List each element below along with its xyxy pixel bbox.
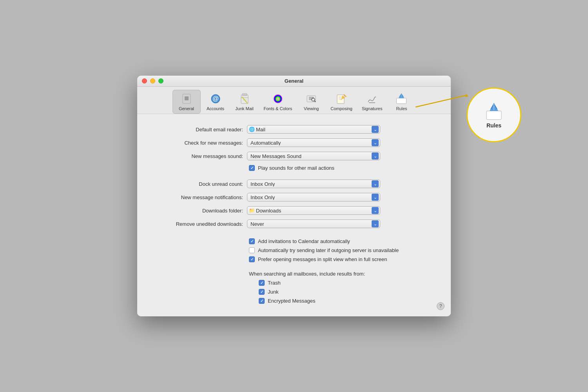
minimize-button[interactable] <box>150 78 155 83</box>
accounts-label: Accounts <box>207 106 224 111</box>
trash-label: Trash <box>268 280 281 286</box>
auto-send-checkbox[interactable] <box>249 247 255 253</box>
svg-rect-5 <box>242 94 247 96</box>
viewing-label: Viewing <box>304 106 319 111</box>
notifications-row: New message notifications: Inbox Only <box>153 193 435 201</box>
trash-row: Trash <box>153 280 435 286</box>
new-messages-sound-label: New messages sound: <box>153 153 247 159</box>
check-messages-row: Check for new messages: Automatically <box>153 138 435 147</box>
callout-circle: Rules <box>466 87 521 142</box>
check-messages-select-wrapper: Automatically <box>247 138 380 147</box>
dock-unread-select[interactable]: Inbox Only <box>247 180 380 188</box>
svg-text:A: A <box>276 96 280 102</box>
encrypted-row: Encrypted Messages <box>153 298 435 304</box>
prefer-split-label: Prefer opening messages in split view wh… <box>258 256 387 262</box>
encrypted-checkbox[interactable] <box>259 298 265 304</box>
junk-label: Junk <box>268 289 278 295</box>
downloads-folder-select[interactable]: Downloads <box>247 206 380 215</box>
trash-checkbox[interactable] <box>259 280 265 286</box>
titlebar: General <box>137 76 451 87</box>
default-email-select[interactable]: Mail <box>247 125 380 134</box>
composing-icon <box>335 93 348 105</box>
svg-rect-32 <box>486 111 501 120</box>
tab-accounts[interactable]: @ Accounts <box>201 90 230 114</box>
general-icon <box>180 93 193 105</box>
default-email-row: Default email reader: 🌐 Mail <box>153 125 435 134</box>
callout-container: Rules <box>466 87 521 142</box>
downloads-folder-select-wrapper: 📁 Downloads <box>247 206 380 215</box>
remove-downloads-label: Remove unedited downloads: <box>153 221 247 227</box>
check-messages-select[interactable]: Automatically <box>247 138 380 147</box>
svg-line-35 <box>494 104 497 109</box>
tab-general[interactable]: General <box>172 90 201 114</box>
default-email-label: Default email reader: <box>153 127 247 132</box>
tab-rules[interactable]: Rules <box>387 90 416 114</box>
fonts-colors-label: Fonts & Colors <box>264 106 292 111</box>
junk-checkbox[interactable] <box>259 289 265 295</box>
notifications-select[interactable]: Inbox Only <box>247 193 380 201</box>
new-messages-sound-select[interactable]: New Messages Sound <box>247 152 380 160</box>
notifications-select-wrapper: Inbox Only <box>247 193 380 201</box>
prefer-split-row: Prefer opening messages in split view wh… <box>153 256 435 262</box>
signatures-icon <box>366 93 378 105</box>
tab-fonts-colors[interactable]: A Fonts & Colors <box>260 90 297 114</box>
prefer-split-checkbox[interactable] <box>249 256 255 262</box>
notifications-label: New message notifications: <box>153 194 247 200</box>
junk-row: Junk <box>153 289 435 295</box>
content-area: Default email reader: 🌐 Mail Check for n… <box>137 114 451 316</box>
rules-label: Rules <box>396 106 407 111</box>
add-invitations-label: Add invitations to Calendar automaticall… <box>258 238 350 244</box>
auto-send-row: Automatically try sending later if outgo… <box>153 247 435 253</box>
signatures-label: Signatures <box>362 106 383 111</box>
new-messages-sound-row: New messages sound: New Messages Sound <box>153 152 435 160</box>
callout-rules-icon <box>484 101 504 122</box>
window-title: General <box>285 78 303 84</box>
svg-rect-25 <box>397 98 407 103</box>
viewing-icon <box>305 93 318 105</box>
svg-marker-33 <box>490 103 498 111</box>
play-sounds-checkbox[interactable] <box>249 165 255 171</box>
tab-signatures[interactable]: Signatures <box>358 90 387 114</box>
rules-icon <box>395 93 408 105</box>
composing-label: Composing <box>330 106 352 111</box>
close-button[interactable] <box>142 78 147 83</box>
remove-downloads-row: Remove unedited downloads: Never <box>153 220 435 228</box>
add-invitations-checkbox[interactable] <box>249 238 255 244</box>
mail-preferences-window: General General @ <box>137 76 451 316</box>
add-invitations-row: Add invitations to Calendar automaticall… <box>153 238 435 244</box>
accounts-icon: @ <box>209 93 222 105</box>
dock-unread-row: Dock unread count: Inbox Only <box>153 180 435 188</box>
tab-junk-mail[interactable]: Junk Mail <box>230 90 259 114</box>
maximize-button[interactable] <box>158 78 163 83</box>
svg-rect-1 <box>185 96 189 100</box>
svg-line-34 <box>491 104 494 109</box>
svg-marker-31 <box>465 93 468 97</box>
default-email-select-wrapper: 🌐 Mail <box>247 125 380 134</box>
dock-unread-select-wrapper: Inbox Only <box>247 180 380 188</box>
remove-downloads-select[interactable]: Never <box>247 220 380 228</box>
svg-text:@: @ <box>212 95 219 102</box>
window-controls <box>142 78 163 83</box>
check-messages-label: Check for new messages: <box>153 140 247 146</box>
callout-label: Rules <box>486 122 501 129</box>
dock-unread-label: Dock unread count: <box>153 181 247 187</box>
encrypted-label: Encrypted Messages <box>268 298 315 304</box>
tab-viewing[interactable]: Viewing <box>297 90 325 114</box>
junk-mail-icon <box>238 93 251 105</box>
desktop-background: General General @ <box>0 0 588 392</box>
general-label: General <box>179 106 194 111</box>
mail-icon: 🌐 <box>249 127 255 132</box>
auto-send-label: Automatically try sending later if outgo… <box>258 247 399 253</box>
play-sounds-label: Play sounds for other mail actions <box>258 165 334 171</box>
remove-downloads-select-wrapper: Never <box>247 220 380 228</box>
play-sounds-row: Play sounds for other mail actions <box>153 165 435 171</box>
downloads-folder-icon: 📁 <box>249 208 255 213</box>
help-button[interactable]: ? <box>437 302 445 310</box>
downloads-folder-row: Downloads folder: 📁 Downloads <box>153 206 435 215</box>
tab-composing[interactable]: Composing <box>326 90 357 114</box>
junk-mail-label: Junk Mail <box>235 106 253 111</box>
search-section-label: When searching all mailboxes, include re… <box>153 271 435 277</box>
downloads-folder-label: Downloads folder: <box>153 208 247 214</box>
toolbar: General @ Accounts <box>137 87 451 114</box>
fonts-colors-icon: A <box>272 93 284 105</box>
